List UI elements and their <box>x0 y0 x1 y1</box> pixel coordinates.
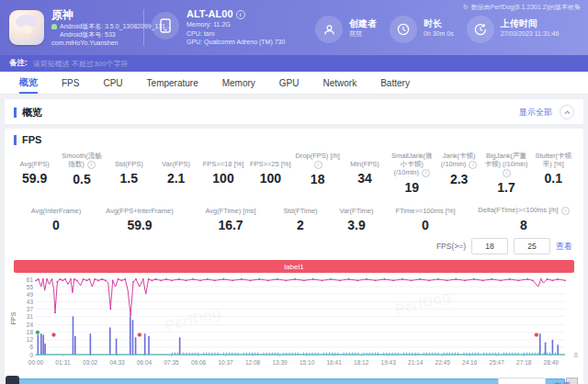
metric-value: 2.3 <box>436 172 481 186</box>
metric-value: 2.1 <box>153 171 198 186</box>
metric-label: Avg(FPS+InterFrame) <box>93 198 187 215</box>
fps-threshold-row: FPS(>=) 查看 <box>5 236 583 258</box>
note-placeholder: 请简短概述 不超过300个字符 <box>33 59 129 69</box>
upload-clock-icon <box>467 16 494 43</box>
metric-value: 3.9 <box>330 218 383 232</box>
fps-threshold-input-2[interactable] <box>514 238 550 254</box>
info-icon[interactable]: i <box>561 207 570 215</box>
metric-label: Avg(FTime) [ms] <box>190 198 271 215</box>
row1-metric-4: FPS>=18 [%]100 <box>200 152 245 195</box>
svg-text:12:08: 12:08 <box>245 359 261 366</box>
row2-metric-5: FTime>=100ms [%]0 <box>387 198 464 232</box>
row1-metric-2: Std(FPS)1.5 <box>107 152 152 195</box>
svg-text:24:16: 24:16 <box>462 359 478 366</box>
metric-value: 0 <box>23 218 89 232</box>
metric-value: 0.1 <box>531 171 576 186</box>
scrollbar-track[interactable] <box>10 378 565 384</box>
row2-metric-3: Std(FTime)2 <box>275 198 326 232</box>
tab-network[interactable]: Network <box>311 72 369 94</box>
row1-metric-1: Smooth(流畅指数) i0.5 <box>59 152 104 195</box>
metric-label: Jank(卡顿) (/10min) i <box>436 152 481 169</box>
row2-metric-0: Avg(InterFrame)0 <box>23 198 89 232</box>
row1-metric-7: Min(FPS)34 <box>342 152 387 195</box>
person-icon <box>315 16 343 43</box>
corner-tool-icon[interactable] <box>6 376 19 384</box>
fps-threshold-label: FPS(>=) <box>436 242 466 251</box>
svg-text:27:18: 27:18 <box>516 359 532 366</box>
expand-all-link[interactable]: 显示全部 <box>519 107 552 119</box>
tab-memory[interactable]: Memory <box>210 72 267 94</box>
metric-value: 18 <box>295 172 340 186</box>
creator-value: 慈慈 <box>349 29 377 39</box>
metric-value: 0 <box>387 218 464 232</box>
duration-label: 时长 <box>424 17 454 29</box>
note-bar[interactable]: 备注: 请简短概述 不超过300个字符 <box>0 55 588 72</box>
tab-battery[interactable]: Battery <box>368 72 422 94</box>
tab-cpu[interactable]: CPU <box>91 72 134 94</box>
metric-label: BigJank(严重卡顿) (/10min) i <box>483 152 528 177</box>
upload-time-block: 上传时间 27/03/2023 11:31:46 <box>467 12 560 43</box>
metric-value: 8 <box>468 218 580 232</box>
svg-text:31: 31 <box>27 313 34 320</box>
info-icon[interactable]: i <box>314 161 322 169</box>
fps-threshold-input-1[interactable] <box>471 238 508 254</box>
svg-text:0: 0 <box>29 352 33 358</box>
row2-metric-4: Var(FTime)3.9 <box>330 198 383 232</box>
info-icon[interactable]: i <box>469 161 477 169</box>
metric-value: 100 <box>200 171 245 186</box>
refresh-icon: ↻ <box>463 4 469 11</box>
info-icon[interactable]: i <box>503 169 511 177</box>
duration-block: 时长 0h 30m 0s <box>390 12 454 43</box>
svg-text:18: 18 <box>27 329 34 335</box>
metric-label: Std(FPS) <box>107 152 152 168</box>
svg-text:55: 55 <box>27 284 34 290</box>
footer-row: 查看 <box>498 378 571 384</box>
metric-value: 16.7 <box>190 218 271 232</box>
chart-scrollbar[interactable] <box>10 378 578 384</box>
footer-view-link[interactable]: 查看 <box>553 380 571 384</box>
tab-temperature[interactable]: Temperature <box>135 72 210 94</box>
device-gpu: GPU: Qualcomm Adreno (TM) 730 <box>187 38 285 47</box>
svg-text:04:33: 04:33 <box>109 359 125 366</box>
device-cpu: CPU: taro <box>187 29 285 39</box>
device-name: ALT-AL00 <box>187 8 233 19</box>
metric-label: FTime>=100ms [%] <box>387 198 464 215</box>
svg-text:09:06: 09:06 <box>191 359 207 366</box>
fps-threshold-view-link[interactable]: 查看 <box>556 241 572 253</box>
svg-text:22:45: 22:45 <box>435 359 451 366</box>
svg-text:0: 0 <box>574 352 578 358</box>
row1-metric-10: BigJank(严重卡顿) (/10min) i1.7 <box>483 152 528 195</box>
app-icon-genshin <box>9 10 44 45</box>
row1-metric-8: SmallJank(微小卡顿) (/10min) i19 <box>390 152 435 195</box>
tab-fps[interactable]: FPS <box>50 72 91 94</box>
fps-chart[interactable]: FPS PerfDog PerfDog 61554943373124181260… <box>8 275 580 378</box>
collector-note: ↻ 数据由PerfDog(8.1.2301.2)的版本收集 <box>463 3 581 12</box>
svg-text:13:39: 13:39 <box>272 359 288 366</box>
metric-label: Drop(FPS) [/h] i <box>295 152 340 169</box>
tab-gpu[interactable]: GPU <box>267 72 311 94</box>
svg-text:15:10: 15:10 <box>300 359 315 366</box>
upload-label: 上传时间 <box>501 17 560 29</box>
metric-value: 19 <box>390 180 435 195</box>
clock-icon <box>390 16 417 43</box>
row1-metric-6: Drop(FPS) [/h] i18 <box>295 152 340 195</box>
metric-value: 59.9 <box>12 171 57 186</box>
metric-label: Avg(InterFrame) <box>23 198 89 215</box>
metric-label: Var(FTime) <box>330 198 383 215</box>
info-icon[interactable]: i <box>422 169 430 177</box>
chart-label-bar[interactable]: label1 <box>14 260 574 273</box>
info-icon[interactable]: i <box>87 161 96 169</box>
svg-text:24: 24 <box>27 322 34 328</box>
collapse-button[interactable] <box>560 105 574 119</box>
tab-概览[interactable]: 概览 <box>7 72 50 94</box>
page-size-input[interactable] <box>498 378 546 384</box>
metric-label: Std(FTime) <box>275 198 326 215</box>
fps-metrics-row2: Avg(InterFrame)0Avg(FPS+InterFrame)59.9A… <box>5 197 583 236</box>
metric-label: Stutter(卡顿率) [%] <box>531 152 576 168</box>
svg-text:21:14: 21:14 <box>408 359 424 366</box>
svg-text:19:43: 19:43 <box>381 359 397 366</box>
device-info-icon[interactable]: i <box>236 10 245 19</box>
fps-card: FPS Avg(FPS)59.9Smooth(流畅指数) i0.5Std(FPS… <box>5 129 583 384</box>
report-header: 原神 Android版本名: 3.5.0_13082099_131... And… <box>0 0 588 55</box>
app-version-code: Android版本号: 533 <box>60 30 116 39</box>
